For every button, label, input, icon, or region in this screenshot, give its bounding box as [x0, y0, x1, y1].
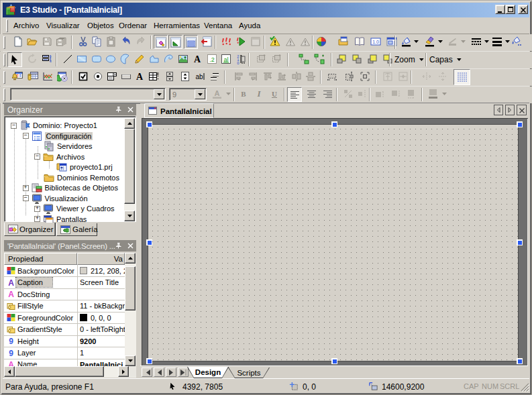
- svg-text:A: A: [214, 89, 219, 97]
